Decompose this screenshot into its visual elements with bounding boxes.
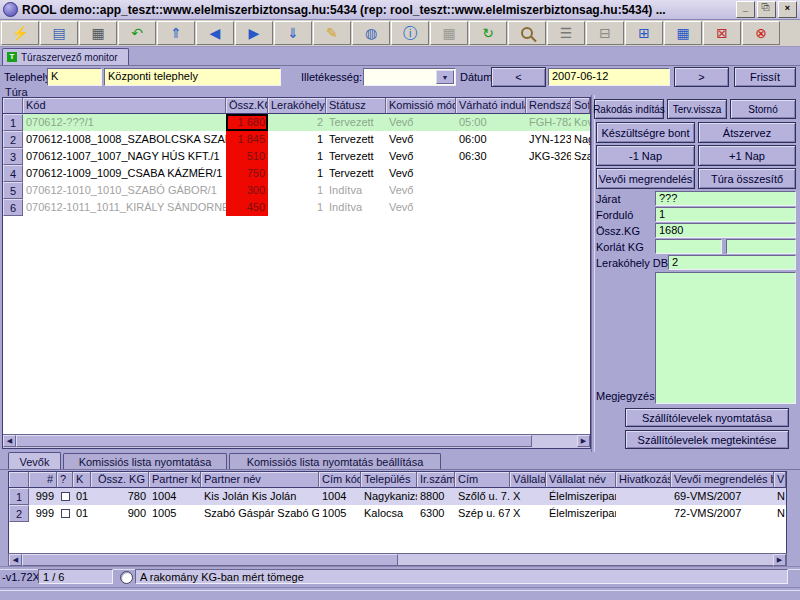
- vevok-scroll-thumb[interactable]: [22, 554, 398, 566]
- minus-1-nap-button[interactable]: -1 Nap: [596, 145, 695, 166]
- table-export-button[interactable]: ⊞: [625, 21, 663, 45]
- vevok-col-q[interactable]: ?: [57, 472, 73, 488]
- vevok-col-vallalat[interactable]: Vállalat: [510, 472, 546, 488]
- row-checkbox[interactable]: [61, 492, 70, 501]
- vevok-col-cim_kod[interactable]: Cím kód: [319, 472, 361, 488]
- vevok-col-v[interactable]: V: [774, 472, 786, 488]
- keszultsegre-bont-button[interactable]: Készültségre bont: [596, 122, 695, 143]
- vevok-col-biz_szam[interactable]: Vevői megrendelés biz.szám: [671, 472, 774, 488]
- atszervez-button[interactable]: Átszervez: [698, 122, 796, 143]
- korlat-kg-field-1[interactable]: [655, 239, 722, 254]
- tura-row[interactable]: 5070612-1010_1010_SZABÓ GÁBOR/13001Indít…: [3, 182, 590, 199]
- close-button[interactable]: ×: [778, 1, 797, 18]
- database-button[interactable]: ◍: [352, 21, 390, 45]
- tura-col-statusz[interactable]: Státusz: [326, 98, 386, 114]
- szallitolevelek-megtekintese-button[interactable]: Szállítólevelek megtekintése: [625, 430, 789, 449]
- vevok-col-ossz_kg[interactable]: Össz. KG: [91, 472, 149, 488]
- print-button[interactable]: ⊟: [586, 21, 624, 45]
- storno-button[interactable]: Stornó: [730, 99, 796, 119]
- datum-input[interactable]: 2007-06-12: [548, 68, 670, 86]
- telephely-code-input[interactable]: K: [47, 68, 102, 86]
- telephely-name-input[interactable]: Központi telephely: [104, 68, 281, 86]
- chevron-down-icon[interactable]: ▼: [436, 70, 454, 84]
- terv-vissza-button[interactable]: Terv.vissza: [667, 99, 727, 119]
- lightning-button[interactable]: ⚡: [1, 21, 39, 45]
- tura-h-scrollbar[interactable]: ◀ ▶: [3, 434, 590, 448]
- grid-rows-button[interactable]: ☰: [547, 21, 585, 45]
- vevok-scroll-left-icon[interactable]: ◀: [9, 554, 22, 566]
- tab-komissios-lista-nyomtatasa[interactable]: Komissiós lista nyomtatása: [63, 453, 227, 470]
- scroll-left-icon[interactable]: ◀: [3, 435, 16, 447]
- tura-header: KódÖssz.KGLerakóhelyStátuszKomissió módV…: [3, 98, 590, 114]
- tura-col-kod[interactable]: Kód: [23, 98, 226, 114]
- vevoi-megrendeles-button[interactable]: Vevői megrendelés: [596, 168, 695, 189]
- tura-col-lerakohely[interactable]: Lerakóhely: [268, 98, 326, 114]
- exit-button[interactable]: ⊗: [742, 21, 780, 45]
- open-folder-button[interactable]: ▤: [40, 21, 78, 45]
- tura-row[interactable]: 6070612-1011_1011_KIRÁLY SÁNDORNÉ/14501I…: [3, 199, 590, 216]
- tura-col-rendszam[interactable]: Rendszám: [526, 98, 571, 114]
- next-day-button[interactable]: >: [674, 67, 729, 87]
- tab-divider: [0, 469, 800, 470]
- vevok-scroll-right-icon[interactable]: ▶: [773, 554, 786, 566]
- scroll-right-icon[interactable]: ▶: [577, 435, 590, 447]
- frissit-button[interactable]: Frissít: [734, 67, 796, 87]
- kg-radio[interactable]: [120, 571, 133, 584]
- jarat-field[interactable]: ???: [655, 191, 796, 206]
- lerakohely-db-field[interactable]: 2: [668, 255, 796, 270]
- minimize-button[interactable]: _: [736, 1, 755, 18]
- tura-cell-statusz: Indítva: [326, 182, 386, 199]
- tura-col-varhato_indulas[interactable]: Várható indulás: [456, 98, 526, 114]
- ossz-kg-field[interactable]: 1680: [655, 223, 796, 238]
- calculator-button[interactable]: ▦: [430, 21, 468, 45]
- refresh-button[interactable]: ↻: [469, 21, 507, 45]
- vevok-row[interactable]: 2999019001005Szabó Gáspár Szabó Gáspár10…: [9, 505, 786, 522]
- vevok-col-cim[interactable]: Cím: [455, 472, 510, 488]
- rakodas-inditas-button[interactable]: Rakodás indítás: [594, 99, 664, 119]
- plus-1-nap-button[interactable]: +1 Nap: [698, 145, 796, 166]
- korlat-kg-field-2[interactable]: [726, 239, 796, 254]
- tura-scroll-thumb[interactable]: [16, 435, 532, 447]
- vevok-col-vallalat_nev[interactable]: Vállalat név: [546, 472, 616, 488]
- search-button[interactable]: [508, 21, 546, 45]
- prev-day-button[interactable]: <: [491, 67, 546, 87]
- tura-row[interactable]: 4070612-1009_1009_CSABA KÁZMÉR/17501Terv…: [3, 165, 590, 182]
- last-record-button[interactable]: ⇓: [274, 21, 312, 45]
- vevok-col-irszam[interactable]: Ir.szám: [417, 472, 455, 488]
- table-import-button[interactable]: ▦: [664, 21, 702, 45]
- close-window-button[interactable]: ⊠: [703, 21, 741, 45]
- fordulo-field[interactable]: 1: [655, 207, 796, 222]
- undo-button[interactable]: ↶: [118, 21, 156, 45]
- save-button[interactable]: ▦: [79, 21, 117, 45]
- next-record-button[interactable]: ▶: [235, 21, 273, 45]
- tura-row[interactable]: 3070612-1007_1007_NAGY HÚS KFT./15101Ter…: [3, 148, 590, 165]
- vevok-col-hivatkozas[interactable]: Hivatkozás: [616, 472, 671, 488]
- vevok-h-scrollbar[interactable]: ◀ ▶: [8, 553, 787, 566]
- tura-col-ossz_kg[interactable]: Össz.KG: [226, 98, 268, 114]
- restore-button[interactable]: □: [757, 1, 776, 18]
- tura-osszesito-button[interactable]: Túra összesítő: [698, 168, 796, 189]
- vevok-col-hash[interactable]: #: [29, 472, 57, 488]
- szallitolevelek-nyomtatasa-button[interactable]: Szállítólevelek nyomtatása: [625, 408, 789, 427]
- vevok-col-partner_kod[interactable]: Partner kód: [149, 472, 201, 488]
- tura-col-komissio_mod[interactable]: Komissió mód: [386, 98, 456, 114]
- tab-komissios-lista-nyomtatas-beallitasa[interactable]: Komissiós lista nyomtatás beállítása: [229, 453, 441, 470]
- tab-turaszervezo-monitor[interactable]: T Túraszervező monitor: [2, 48, 129, 65]
- first-record-button[interactable]: ⇑: [157, 21, 195, 45]
- info-button[interactable]: ⓘ: [391, 21, 429, 45]
- edit-button[interactable]: ✎: [313, 21, 351, 45]
- megjegyzes-textarea[interactable]: [655, 272, 796, 404]
- prev-record-button[interactable]: ◀: [196, 21, 234, 45]
- vevok-col-telepules[interactable]: Település: [361, 472, 417, 488]
- vevok-col-k[interactable]: K: [73, 472, 91, 488]
- vevok-row[interactable]: 1999017801004Kis Jolán Kis Jolán1004Nagy…: [9, 488, 786, 505]
- tab-vevok[interactable]: Vevők: [8, 452, 61, 470]
- tura-row[interactable]: 1070612-???/11 6802TervezettVevő05:00FGH…: [3, 114, 590, 131]
- vevok-body: 1999017801004Kis Jolán Kis Jolán1004Nagy…: [9, 488, 786, 522]
- vevok-col-partner_nev[interactable]: Partner név: [201, 472, 319, 488]
- edit-icon: ✎: [326, 26, 338, 40]
- tura-row[interactable]: 2070612-1008_1008_SZABOLCSKA SZABOLCS/11…: [3, 131, 590, 148]
- row-checkbox[interactable]: [61, 509, 70, 518]
- illetekesseg-select[interactable]: ▼: [363, 68, 456, 86]
- tura-col-sofor[interactable]: Sofőr: [571, 98, 590, 114]
